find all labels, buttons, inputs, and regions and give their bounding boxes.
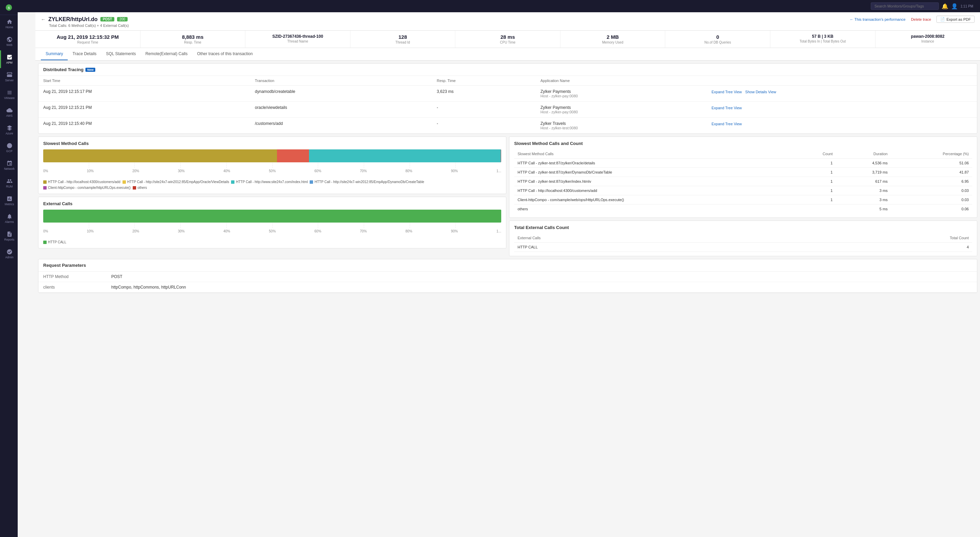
dt-start-time-1: Aug 21, 2019 12:15:21 PM bbox=[38, 102, 250, 118]
dt-resp-time-1: - bbox=[432, 102, 536, 118]
distributed-tracing-header: Distributed Tracing New bbox=[38, 64, 977, 76]
badge-200: 200 bbox=[117, 17, 127, 21]
left-column: Slowest Method Calls bbox=[38, 137, 506, 256]
ext-legend-item-0: HTTP CALL bbox=[43, 240, 66, 244]
sidebar-item-reports[interactable]: Reports bbox=[0, 227, 18, 245]
total-external-calls-table: External Calls Total Count HTTP CALL 4 bbox=[514, 233, 972, 252]
col-transaction: Transaction bbox=[250, 76, 432, 86]
current-time: 1:11 PM bbox=[961, 5, 973, 8]
table-row: Aug 21, 2019 12:15:40 PM /customers/add … bbox=[38, 118, 977, 134]
tab-trace-details[interactable]: Trace Details bbox=[68, 48, 101, 60]
new-badge: New bbox=[86, 68, 95, 72]
table-row: HTTP Call - zylker-test:87/zylker/index.… bbox=[514, 177, 972, 186]
bar-axis-ext: 0%10%20%30%40%50%60%70%80%90%1... bbox=[43, 229, 501, 233]
table-row: HTTP Call - zylker-test:87/zylker/Dynamo… bbox=[514, 168, 972, 177]
svg-text:S: S bbox=[8, 6, 10, 9]
dt-app-name-1: Zylker Payments Host - zylker-pay:0080 bbox=[536, 102, 707, 118]
page-subtitle: Total Calls: 6 Method Call(s) + 4 Extern… bbox=[49, 24, 975, 27]
user-icon[interactable]: 👤 bbox=[951, 3, 958, 10]
notifications-icon[interactable]: 🔔 bbox=[942, 3, 948, 10]
badge-post: POST bbox=[100, 17, 115, 21]
app-logo: S bbox=[0, 0, 18, 15]
main-content: ← ZYLKER/httpUrl.do POST 200 ← This tran… bbox=[35, 12, 980, 537]
slowest-method-table-section: Slowest Method Calls and Count Slowest M… bbox=[509, 137, 977, 218]
col-actions bbox=[707, 76, 977, 86]
tab-other-traces[interactable]: Other traces of this transaction bbox=[192, 48, 257, 60]
req-val-method: POST bbox=[107, 272, 977, 282]
metric-thread-name: SZID-27367436-thread-100 Thread Name bbox=[245, 30, 350, 48]
tec-col-count: Total Count bbox=[760, 233, 972, 243]
metric-instance: pawan-2008:8082 Instance bbox=[875, 30, 980, 48]
dt-transaction-1: oracle/viewdetails bbox=[250, 102, 432, 118]
metrics-row: Aug 21, 2019 12:15:32 PM Request Time 8,… bbox=[35, 30, 980, 48]
external-calls-chart: External Calls bbox=[38, 197, 506, 249]
bar-seg-1 bbox=[277, 150, 309, 163]
sidebar-item-metrics[interactable]: Metrics bbox=[0, 192, 18, 210]
metric-memory: 2 MB Memory Used bbox=[560, 30, 666, 48]
table-row: HTTP Call - zylker-test:87/zylker/Oracle… bbox=[514, 159, 972, 168]
sidebar-item-server[interactable]: Server bbox=[0, 68, 18, 86]
metric-cpu-time: 28 ms CPU Time bbox=[455, 30, 560, 48]
req-row-method: HTTP Method POST bbox=[38, 272, 977, 282]
sidebar-item-azure[interactable]: Azure bbox=[0, 121, 18, 139]
tab-sql[interactable]: SQL Statements bbox=[102, 48, 141, 60]
col-app-name: Application Name bbox=[536, 76, 707, 86]
distributed-tracing-section: Distributed Tracing New Start Time Trans… bbox=[38, 63, 977, 134]
right-column: Slowest Method Calls and Count Slowest M… bbox=[509, 137, 977, 256]
sidebar-item-web[interactable]: Web bbox=[0, 33, 18, 50]
two-col-section: Slowest Method Calls bbox=[38, 137, 977, 256]
bar-seg-0 bbox=[43, 150, 277, 163]
tec-col-calls: External Calls bbox=[514, 233, 760, 243]
topbar: 🔔 👤 1:11 PM bbox=[18, 0, 980, 12]
table-row: Client-httpCompo - com/sample/web/ops/Ht… bbox=[514, 195, 972, 204]
transaction-performance-link[interactable]: ← This transaction's performance bbox=[850, 18, 905, 21]
table-row: others 5 ms 0.06 bbox=[514, 204, 972, 214]
tabs-row: Summary Trace Details SQL Statements Rem… bbox=[35, 48, 980, 61]
table-row: HTTP Call - http://localhost:4300/custom… bbox=[514, 186, 972, 195]
dt-resp-time-0: 3,623 ms bbox=[432, 86, 536, 102]
search-input[interactable] bbox=[871, 2, 939, 10]
bar-seg-3 bbox=[501, 150, 501, 163]
slowest-method-bar-area: 0%10%20%30%40%50%60%70%80%90%1... bbox=[43, 150, 501, 177]
dt-start-time-2: Aug 21, 2019 12:15:40 PM bbox=[38, 118, 250, 134]
metric-resp-time: 8,883 ms Resp. Time bbox=[140, 30, 246, 48]
dt-transaction-0: dynamodb/createtable bbox=[250, 86, 432, 102]
sidebar-item-aws[interactable]: AWS bbox=[0, 104, 18, 121]
expand-tree-view-link-0[interactable]: Expand Tree View bbox=[711, 90, 742, 94]
dt-actions-1: Expand Tree View bbox=[707, 102, 977, 118]
sidebar-item-alarms[interactable]: Alarms bbox=[0, 210, 18, 227]
sidebar-item-network[interactable]: Network bbox=[0, 156, 18, 174]
expand-tree-view-link-2[interactable]: Expand Tree View bbox=[711, 122, 742, 126]
req-row-clients: clients httpCompo, httpCommons, httpURLC… bbox=[38, 282, 977, 293]
show-details-view-link-0[interactable]: Show Details View bbox=[745, 90, 776, 94]
expand-tree-view-link-1[interactable]: Expand Tree View bbox=[711, 106, 742, 110]
slowest-method-table: Slowest Method Calls Count Duration Perc… bbox=[514, 150, 972, 214]
req-params-header: Request Parameters bbox=[38, 259, 977, 272]
sidebar-item-admin[interactable]: Admin bbox=[0, 245, 18, 263]
tab-remote-calls[interactable]: Remote(External) Calls bbox=[140, 48, 192, 60]
request-params-table: HTTP Method POST clients httpCompo, http… bbox=[38, 272, 977, 293]
metric-bytes: 57 B | 3 KB Total Bytes In | Total Bytes… bbox=[770, 30, 875, 48]
dt-actions-2: Expand Tree View bbox=[707, 118, 977, 134]
slowest-method-title: Slowest Method Calls bbox=[43, 141, 501, 146]
sidebar-item-gcp[interactable]: GCP bbox=[0, 139, 18, 156]
col-resp-time: Resp. Time bbox=[432, 76, 536, 86]
external-calls-bar-area: 0%10%20%30%40%50%60%70%80%90%1... bbox=[43, 210, 501, 237]
request-params-section: Request Parameters HTTP Method POST clie… bbox=[38, 259, 977, 293]
sidebar-item-apm[interactable]: APM bbox=[0, 50, 18, 68]
legend-item-0: HTTP Call - http://localhost:4300/custom… bbox=[43, 180, 121, 184]
sidebar-item-vmware[interactable]: VMware bbox=[0, 86, 18, 104]
col-start-time: Start Time bbox=[38, 76, 250, 86]
metric-thread-id: 128 Thread Id bbox=[350, 30, 456, 48]
bar-axis-slow: 0%10%20%30%40%50%60%70%80%90%1... bbox=[43, 169, 501, 173]
tab-summary[interactable]: Summary bbox=[41, 48, 68, 60]
external-legend: HTTP CALL bbox=[43, 240, 501, 244]
export-pdf-button[interactable]: 📄 Export as PDF bbox=[937, 16, 975, 23]
sidebar-item-home[interactable]: Home bbox=[0, 15, 18, 33]
table-row: Aug 21, 2019 12:15:21 PM oracle/viewdeta… bbox=[38, 102, 977, 118]
back-button[interactable]: ← bbox=[41, 17, 46, 22]
legend-item-3: HTTP Call - http://site24x7-win2012:85/E… bbox=[310, 180, 424, 184]
delete-trace-link[interactable]: Delete trace bbox=[911, 18, 931, 21]
sidebar-item-rum[interactable]: RUM bbox=[0, 174, 18, 192]
slowest-method-table-title: Slowest Method Calls and Count bbox=[514, 141, 972, 146]
